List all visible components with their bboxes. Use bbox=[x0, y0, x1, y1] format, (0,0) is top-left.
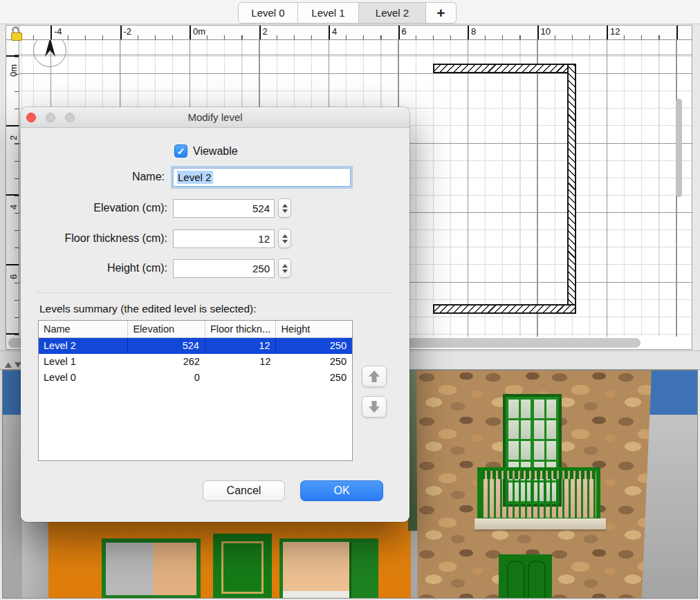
app-window: Level 0 Level 1 Level 2 + -4 -2 0m 2 4 6… bbox=[0, 0, 700, 600]
level-tabs: Level 0 Level 1 Level 2 + bbox=[238, 2, 457, 24]
dialog-titlebar[interactable]: Modify level bbox=[21, 107, 409, 128]
column-header-height[interactable]: Height bbox=[276, 321, 352, 337]
column-header-floor-thickness[interactable]: Floor thickn... bbox=[205, 321, 277, 337]
step-up-icon bbox=[282, 204, 288, 207]
step-down-icon bbox=[282, 240, 288, 243]
horizontal-ruler: -4 -2 0m 2 4 6 8 10 12 bbox=[19, 26, 692, 40]
step-down-icon bbox=[282, 270, 288, 273]
arrow-up-icon bbox=[369, 371, 380, 382]
floor-thickness-stepper[interactable] bbox=[278, 229, 291, 248]
tab-level-1[interactable]: Level 1 bbox=[298, 2, 359, 24]
elevation-stepper[interactable] bbox=[278, 198, 291, 218]
wall-top[interactable] bbox=[433, 64, 576, 73]
balcony-railing bbox=[477, 467, 600, 521]
levels-table-header: Name Elevation Floor thickn... Height bbox=[39, 321, 352, 338]
add-level-button[interactable]: + bbox=[426, 2, 457, 24]
zoom-button bbox=[65, 113, 75, 122]
table-row-level-1[interactable]: Level 1 262 12 250 bbox=[39, 354, 352, 370]
wall-bottom[interactable] bbox=[433, 304, 576, 314]
vertical-ruler: 0m 2 4 6 8 bbox=[6, 40, 19, 337]
green-door bbox=[499, 554, 552, 599]
arrow-down-icon bbox=[369, 401, 380, 413]
floor-thickness-label: Floor thickness (cm): bbox=[42, 232, 167, 245]
step-up-icon bbox=[282, 264, 288, 268]
step-up-icon bbox=[282, 234, 288, 238]
interior-floor bbox=[283, 591, 349, 599]
column-header-elevation[interactable]: Elevation bbox=[128, 321, 205, 337]
move-level-up-button[interactable] bbox=[362, 366, 387, 387]
levels-table[interactable]: Name Elevation Floor thickn... Height Le… bbox=[38, 320, 353, 461]
step-down-icon bbox=[282, 209, 288, 213]
facade-window-right bbox=[279, 538, 378, 599]
table-row-level-0[interactable]: Level 0 0 250 bbox=[39, 370, 352, 386]
facade-door bbox=[213, 534, 272, 599]
height-field[interactable]: 250 bbox=[173, 259, 275, 278]
height-label: Height (cm): bbox=[62, 262, 167, 274]
cancel-button[interactable]: Cancel bbox=[203, 480, 285, 501]
elevation-label: Elevation (cm): bbox=[62, 202, 167, 214]
viewable-label: Viewable bbox=[193, 145, 238, 158]
tab-level-2[interactable]: Level 2 bbox=[359, 2, 426, 24]
dialog-title: Modify level bbox=[21, 107, 409, 128]
levels-summary-label: Levels summary (the edited level is sele… bbox=[39, 303, 257, 315]
ok-button[interactable]: OK bbox=[300, 480, 383, 501]
close-button[interactable] bbox=[26, 113, 36, 122]
name-selected-text: Level 2 bbox=[177, 171, 213, 184]
modify-level-dialog: Modify level ✓ Viewable Name: Level 2 El… bbox=[21, 107, 409, 522]
move-level-down-button[interactable] bbox=[362, 396, 387, 418]
plus-icon: + bbox=[436, 5, 445, 21]
facade-window-left bbox=[102, 538, 201, 599]
check-icon: ✓ bbox=[177, 146, 185, 157]
column-header-name[interactable]: Name bbox=[39, 321, 128, 337]
plan-vertical-scrollbar[interactable] bbox=[676, 99, 682, 197]
name-field[interactable]: Level 2 bbox=[173, 168, 351, 187]
name-label: Name: bbox=[90, 171, 165, 183]
section-separator bbox=[36, 292, 394, 293]
collapse-up-icon[interactable] bbox=[5, 362, 12, 368]
balcony-ledge bbox=[475, 518, 606, 529]
wall-right[interactable] bbox=[567, 64, 576, 314]
tab-level-0[interactable]: Level 0 bbox=[238, 2, 298, 24]
elevation-field[interactable]: 524 bbox=[173, 199, 275, 218]
height-stepper[interactable] bbox=[278, 259, 291, 278]
facade-shutter bbox=[349, 542, 378, 599]
minimize-button bbox=[46, 113, 55, 122]
floor-thickness-field[interactable]: 12 bbox=[173, 229, 275, 248]
viewable-checkbox[interactable]: ✓ bbox=[174, 144, 187, 158]
table-row-level-2[interactable]: Level 2 524 12 250 bbox=[39, 338, 352, 354]
